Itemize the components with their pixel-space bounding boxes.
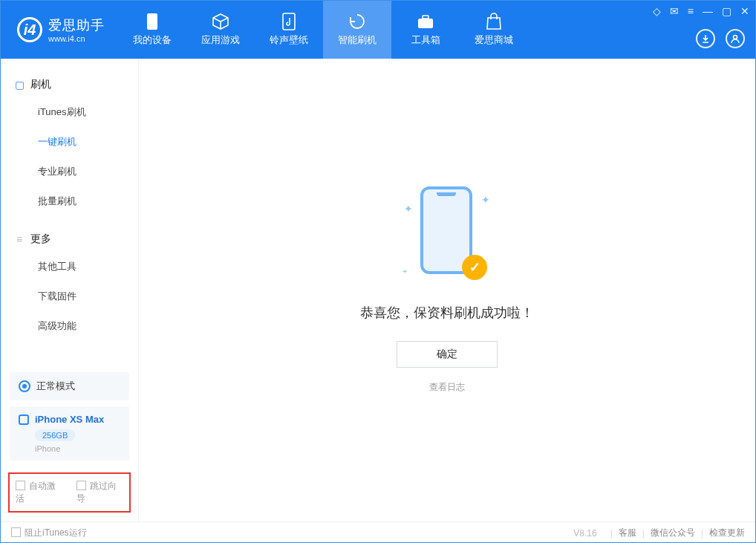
check-badge-icon: ✓ xyxy=(462,255,487,280)
checkbox-skip-guide[interactable]: 跳过向导 xyxy=(76,480,124,505)
toolbox-icon xyxy=(417,13,434,30)
svg-point-4 xyxy=(734,36,737,39)
flash-options-row: 自动激活 跳过向导 xyxy=(8,472,131,513)
sidebar-item-itunes-flash[interactable]: iTunes刷机 xyxy=(1,97,138,127)
main-content: ✦ ✦ + ✓ 恭喜您，保资料刷机成功啦！ 确定 查看日志 xyxy=(139,59,755,521)
minimize-button[interactable]: — xyxy=(703,5,713,17)
nav-label: 我的设备 xyxy=(133,33,172,47)
status-bar: 阻止iTunes运行 V8.16 | 客服 | 微信公众号 | 检查更新 xyxy=(1,521,755,543)
sidebar-group-more: ≡ 更多 xyxy=(1,227,138,252)
sidebar-item-download-firmware[interactable]: 下载固件 xyxy=(1,282,138,311)
checkbox-block-itunes[interactable]: 阻止iTunes运行 xyxy=(11,527,87,539)
checkbox-auto-activate[interactable]: 自动激活 xyxy=(16,480,63,505)
checkbox-icon xyxy=(11,527,21,537)
logo-icon: i4 xyxy=(17,17,42,42)
sidebar-group-flash: ▢ 刷机 xyxy=(1,72,138,97)
svg-rect-2 xyxy=(418,19,433,28)
list-icon: ≡ xyxy=(14,234,25,244)
music-file-icon xyxy=(280,13,298,30)
device-name: iPhone XS Max xyxy=(35,414,104,425)
group-label: 更多 xyxy=(30,233,51,246)
app-logo: i4 爱思助手 www.i4.cn xyxy=(1,1,118,59)
main-nav: 我的设备 应用游戏 铃声壁纸 智能刷机 工具箱 爱思商城 xyxy=(118,1,528,59)
nav-label: 铃声壁纸 xyxy=(270,33,308,47)
device-capacity-badge: 256GB xyxy=(35,429,75,441)
sidebar-item-batch-flash[interactable]: 批量刷机 xyxy=(1,186,138,216)
window-controls: ◇ ✉ ≡ — ▢ ✕ xyxy=(653,5,749,17)
download-button[interactable] xyxy=(696,29,715,48)
device-type: iPhone xyxy=(35,444,120,453)
support-link[interactable]: 客服 xyxy=(619,527,636,539)
sidebar-item-oneclick-flash[interactable]: 一键刷机 xyxy=(1,127,138,157)
version-label: V8.16 xyxy=(573,528,596,539)
svg-rect-3 xyxy=(423,16,428,19)
sidebar-item-pro-flash[interactable]: 专业刷机 xyxy=(1,157,138,186)
view-log-link[interactable]: 查看日志 xyxy=(429,381,465,394)
nav-label: 应用游戏 xyxy=(201,33,240,47)
device-mode-box[interactable]: 正常模式 xyxy=(10,372,129,400)
device-icon: ▢ xyxy=(14,79,25,90)
svg-rect-0 xyxy=(147,13,157,30)
nav-my-device[interactable]: 我的设备 xyxy=(118,1,186,59)
checkbox-icon xyxy=(76,481,86,490)
group-label: 刷机 xyxy=(30,78,51,91)
nav-label: 爱思商城 xyxy=(475,33,513,47)
maximize-button[interactable]: ▢ xyxy=(722,5,731,17)
checkbox-icon xyxy=(16,481,25,490)
nav-toolbox[interactable]: 工具箱 xyxy=(391,1,460,59)
phone-icon xyxy=(143,13,161,30)
nav-label: 工具箱 xyxy=(411,33,440,47)
ok-button[interactable]: 确定 xyxy=(397,341,498,368)
cb-label: 阻止iTunes运行 xyxy=(25,527,87,538)
sparkle-icon: ✦ xyxy=(404,203,413,215)
app-title: 爱思助手 xyxy=(48,16,105,34)
feedback-icon[interactable]: ✉ xyxy=(670,5,679,17)
sidebar-item-advanced[interactable]: 高级功能 xyxy=(1,311,138,341)
nav-smart-flash[interactable]: 智能刷机 xyxy=(323,1,391,59)
title-bar: i4 爱思助手 www.i4.cn 我的设备 应用游戏 铃声壁纸 智能刷机 工具… xyxy=(1,1,755,59)
check-update-link[interactable]: 检查更新 xyxy=(709,527,745,539)
nav-ringtone-wallpaper[interactable]: 铃声壁纸 xyxy=(255,1,323,59)
success-message: 恭喜您，保资料刷机成功啦！ xyxy=(360,304,534,322)
success-illustration: ✦ ✦ + ✓ xyxy=(403,186,492,283)
menu-icon[interactable]: ≡ xyxy=(688,5,694,17)
device-info-box[interactable]: iPhone XS Max 256GB iPhone xyxy=(10,406,129,461)
sparkle-icon: + xyxy=(403,267,407,276)
nav-store[interactable]: 爱思商城 xyxy=(460,1,528,59)
mode-label: 正常模式 xyxy=(36,380,75,393)
account-button[interactable] xyxy=(726,29,745,48)
svg-rect-1 xyxy=(283,13,295,30)
sparkle-icon: ✦ xyxy=(481,194,490,206)
close-button[interactable]: ✕ xyxy=(740,5,749,17)
app-subtitle: www.i4.cn xyxy=(48,34,105,43)
refresh-shield-icon xyxy=(348,13,366,30)
header-actions xyxy=(696,29,745,48)
bag-icon xyxy=(485,13,503,30)
wechat-link[interactable]: 微信公众号 xyxy=(651,527,695,539)
nav-apps-games[interactable]: 应用游戏 xyxy=(186,1,255,59)
skin-icon[interactable]: ◇ xyxy=(653,5,661,17)
sidebar-item-other-tools[interactable]: 其他工具 xyxy=(1,252,138,282)
sidebar: ▢ 刷机 iTunes刷机 一键刷机 专业刷机 批量刷机 ≡ 更多 其他工具 下… xyxy=(1,59,139,521)
nav-label: 智能刷机 xyxy=(338,33,377,47)
device-icon xyxy=(19,414,29,425)
cube-icon xyxy=(212,13,229,30)
mode-icon xyxy=(19,380,30,392)
